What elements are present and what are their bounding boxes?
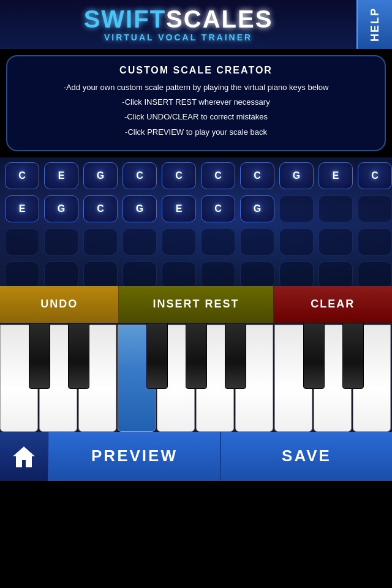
title-swift: SWIFT (84, 6, 166, 32)
instruction-line-4: -Click PREVIEW to play your scale back (18, 127, 374, 138)
grid-cell[interactable]: E (162, 195, 196, 222)
undo-button[interactable]: UNDO (0, 286, 119, 323)
note-grid: CEGCCCCGECEGCGECG (0, 157, 392, 286)
scale-grid-area: CEGCCCCGECEGCGECG (0, 157, 392, 286)
grid-cell[interactable] (318, 195, 353, 222)
piano-black-key[interactable] (29, 323, 50, 389)
grid-cell[interactable]: C (5, 162, 39, 189)
clear-button[interactable]: CLEAR (274, 286, 392, 323)
instruction-line-2: -Click INSERT REST wherever necessary (18, 97, 374, 108)
grid-cell[interactable]: G (279, 162, 314, 189)
note-label: G (136, 203, 143, 214)
grid-cell[interactable] (358, 262, 392, 286)
note-label: C (214, 203, 222, 214)
note-label: C (136, 170, 143, 181)
grid-cell[interactable] (123, 228, 157, 255)
grid-cell[interactable]: G (83, 162, 118, 189)
save-button[interactable]: SAVE (221, 432, 392, 481)
grid-cell[interactable]: G (123, 195, 157, 222)
help-label: HELP (369, 7, 382, 42)
grid-cell[interactable] (5, 228, 39, 255)
note-label: C (175, 170, 183, 181)
note-label: C (97, 203, 104, 214)
grid-cell[interactable] (5, 262, 39, 286)
grid-cell[interactable]: C (162, 162, 196, 189)
grid-cell[interactable] (83, 228, 118, 255)
grid-cell[interactable] (162, 262, 196, 286)
preview-button[interactable]: PREVIEW (49, 432, 221, 481)
note-label: C (254, 170, 261, 181)
grid-cell[interactable]: G (44, 195, 78, 222)
save-label: SAVE (282, 447, 331, 466)
title-scales: SCALES (166, 6, 273, 32)
note-label: G (254, 203, 261, 214)
grid-cell[interactable]: C (358, 162, 392, 189)
piano-black-key[interactable] (225, 323, 246, 389)
grid-cell[interactable] (201, 228, 235, 255)
piano-black-key[interactable] (303, 323, 325, 389)
piano-black-key[interactable] (186, 323, 207, 389)
home-icon (12, 444, 36, 469)
grid-cell[interactable] (44, 262, 78, 286)
grid-cell[interactable] (162, 228, 196, 255)
grid-cell[interactable]: E (5, 195, 39, 222)
bottom-bar: PREVIEW SAVE (0, 432, 392, 481)
instruction-line-1: -Add your own custom scale pattern by pl… (18, 82, 374, 93)
note-label: G (293, 170, 300, 181)
grid-cell[interactable] (279, 262, 314, 286)
svg-marker-0 (13, 447, 35, 467)
piano-black-key[interactable] (68, 323, 89, 389)
grid-cell[interactable] (123, 262, 157, 286)
grid-cell[interactable] (358, 228, 392, 255)
grid-cell[interactable] (358, 195, 392, 222)
grid-cell[interactable] (279, 228, 314, 255)
grid-cell[interactable] (201, 262, 235, 286)
help-button[interactable]: HELP (356, 0, 392, 49)
grid-cell[interactable] (240, 228, 274, 255)
grid-cell[interactable] (44, 228, 78, 255)
grid-cell[interactable] (318, 262, 353, 286)
note-label: C (371, 170, 379, 181)
instruction-line-3: -Click UNDO/CLEAR to correct mistakes (18, 111, 374, 123)
app-subtitle: VIRTUAL VOCAL TRAINER (104, 32, 252, 42)
grid-cell[interactable]: G (240, 195, 274, 222)
note-label: G (97, 170, 104, 181)
instruction-box: CUSTOM SCALE CREATOR -Add your own custo… (6, 55, 386, 151)
grid-cell[interactable] (318, 228, 353, 255)
grid-cell[interactable]: C (240, 162, 274, 189)
action-buttons-row: UNDO INSERT REST CLEAR (0, 286, 392, 323)
piano-black-key[interactable] (342, 323, 364, 389)
app-header: SWIFTSCALES VIRTUAL VOCAL TRAINER HELP (0, 0, 392, 49)
grid-cell[interactable] (240, 262, 274, 286)
piano-black-key[interactable] (146, 323, 168, 389)
note-label: C (18, 170, 26, 181)
piano-wrapper (0, 323, 392, 432)
note-label: E (58, 170, 65, 181)
insert-rest-button[interactable]: INSERT REST (119, 286, 273, 323)
grid-cell[interactable]: E (44, 162, 78, 189)
instruction-title: CUSTOM SCALE CREATOR (18, 65, 374, 76)
note-label: G (58, 203, 65, 214)
note-label: E (176, 203, 183, 214)
note-label: C (214, 170, 222, 181)
grid-cell[interactable]: C (201, 195, 235, 222)
note-label: E (19, 203, 26, 214)
title-area: SWIFTSCALES VIRTUAL VOCAL TRAINER (0, 7, 356, 42)
grid-cell[interactable] (279, 195, 314, 222)
app-title: SWIFTSCALES (84, 7, 273, 31)
grid-cell[interactable]: C (83, 195, 118, 222)
note-label: E (333, 170, 339, 181)
piano-keyboard[interactable] (0, 323, 392, 432)
grid-cell[interactable]: C (201, 162, 235, 189)
grid-cell[interactable]: C (123, 162, 157, 189)
preview-label: PREVIEW (91, 447, 178, 466)
grid-cell[interactable]: E (318, 162, 353, 189)
grid-cell[interactable] (83, 262, 118, 286)
home-button[interactable] (0, 432, 49, 481)
